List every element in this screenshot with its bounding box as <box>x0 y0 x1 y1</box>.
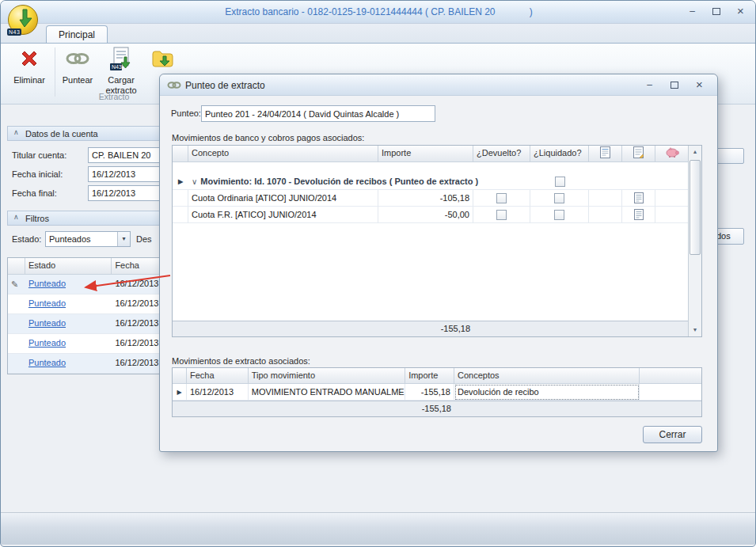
conceptos-cell[interactable]: Devolución de recibo <box>454 384 640 401</box>
devuelto-checkbox[interactable] <box>496 193 507 203</box>
ribbon-tab-strip <box>1 24 756 43</box>
cargar-extracto-button[interactable]: N43 Cargar extracto <box>98 47 144 95</box>
fecha-cell: 16/12/2013 <box>187 384 249 401</box>
bank-section-label: Movimientos de banco y cobros pagos asoc… <box>172 133 364 142</box>
extract-movements-table: Fecha Tipo movimiento Importe Conceptos … <box>172 367 702 417</box>
col-header-importe[interactable]: Importe <box>378 146 473 162</box>
datos-cuenta-title: Datos de la cuenta <box>25 129 98 139</box>
scrollbar-thumb[interactable] <box>690 160 701 255</box>
delete-x-icon <box>7 47 51 74</box>
title-bar[interactable]: Extracto bancario - 0182-0125-19-0121444… <box>1 1 756 24</box>
folder-icon <box>146 47 178 74</box>
liquidado-checkbox[interactable] <box>554 193 564 203</box>
scroll-up-icon[interactable]: ▲ <box>689 146 701 158</box>
liquidado-checkbox[interactable] <box>555 177 565 187</box>
svg-text:N43: N43 <box>112 64 122 70</box>
fecha-inicial-label: Fecha inicial: <box>12 169 63 179</box>
dialog-close-icon[interactable]: × <box>694 80 705 89</box>
bank-table-row[interactable]: Cuota Ordinaria [ATICO] JUNIO/2014 -105,… <box>173 190 690 207</box>
bank-group-row[interactable]: ▶ ∨Movimiento: Id. 1070 - Devolución de … <box>173 173 690 190</box>
col-header-liquidado[interactable]: ¿Liquidado? <box>530 146 589 162</box>
col-header-importe[interactable]: Importe <box>405 368 454 384</box>
row-indicator-header <box>8 258 25 275</box>
fecha-final-input[interactable] <box>88 185 161 201</box>
punteado-link[interactable]: Punteado <box>28 338 66 348</box>
app-menu-button[interactable]: N43 <box>6 3 43 38</box>
tab-principal[interactable]: Principal <box>46 25 108 43</box>
bank-table-row[interactable]: Cuota F.R. [ATICO] JUNIO/2014 -50,00 <box>173 207 690 223</box>
eliminar-label: Eliminar <box>13 75 45 85</box>
app-badge: N43 <box>7 28 21 36</box>
bank-total: -155,18 <box>378 321 473 336</box>
maximize-icon[interactable] <box>712 8 720 15</box>
puntear-label: Puntear <box>63 75 93 85</box>
chain-links-icon <box>167 80 181 90</box>
estado-dropdown[interactable]: Punteados ▾ <box>45 231 131 247</box>
punteo-label: Punteo: <box>171 108 201 118</box>
status-bar <box>1 512 756 545</box>
fecha-final-label: Fecha final: <box>12 188 57 198</box>
titular-cuenta-label: Titular cuenta: <box>12 150 66 160</box>
partial-dos-label: dos <box>716 231 731 241</box>
eliminar-button[interactable]: Eliminar <box>7 47 51 85</box>
col-header-report[interactable] <box>589 146 622 162</box>
extract-total: -155,18 <box>405 401 454 416</box>
vertical-scrollbar[interactable]: ▲ ▼ <box>688 146 701 336</box>
col-header-note[interactable] <box>622 146 655 162</box>
chevron-down-icon[interactable]: ▾ <box>117 232 130 246</box>
ribbon-separator <box>55 47 55 97</box>
col-header-bank[interactable] <box>655 146 690 162</box>
row-indicator-header <box>173 368 187 384</box>
concepto-cell: Cuota Ordinaria [ATICO] JUNIO/2014 <box>188 190 378 207</box>
filtros-header[interactable]: ∧ Filtros <box>7 211 162 226</box>
chevron-up-icon: ∧ <box>13 128 19 136</box>
punteo-dialog: Punteo de extracto – × Punteo: Movimient… <box>159 74 718 452</box>
devuelto-checkbox[interactable] <box>496 210 507 220</box>
importe-cell: -105,18 <box>378 190 473 207</box>
concepto-cell: Cuota F.R. [ATICO] JUNIO/2014 <box>188 207 378 223</box>
des-partial-label: Des <box>136 234 152 244</box>
estado-label: Estado: <box>12 234 41 244</box>
punteado-link[interactable]: Punteado <box>28 279 66 288</box>
punteado-link[interactable]: Punteado <box>28 318 66 328</box>
col-header-concepto[interactable]: Concepto <box>188 146 378 162</box>
report-icon <box>600 146 610 158</box>
row-marker-icon: ▶ <box>178 178 183 185</box>
extract-section-label: Movimientos de extracto asociados: <box>172 356 310 366</box>
bank-table-footer: -155,18 <box>173 321 690 336</box>
close-icon[interactable]: × <box>735 6 746 16</box>
dialog-maximize-icon[interactable] <box>671 82 678 89</box>
col-header-fecha[interactable]: Fecha <box>187 368 249 384</box>
punteo-input[interactable] <box>201 105 435 122</box>
datos-cuenta-header[interactable]: ∧ Datos de la cuenta <box>7 126 162 141</box>
dialog-title: Punteo de extracto <box>185 80 265 91</box>
col-header-empty <box>640 368 701 384</box>
extract-table-header: Fecha Tipo movimiento Importe Conceptos <box>173 368 701 384</box>
cerrar-button[interactable]: Cerrar <box>643 426 702 443</box>
minimize-icon[interactable]: – <box>687 6 697 17</box>
col-header-conceptos[interactable]: Conceptos <box>454 368 640 384</box>
punteado-link[interactable]: Punteado <box>28 358 66 367</box>
collapse-icon[interactable]: ∨ <box>192 177 197 186</box>
importe-cell: -50,00 <box>378 207 473 223</box>
scroll-down-icon[interactable]: ▼ <box>689 324 701 336</box>
document-icon[interactable] <box>634 209 644 220</box>
extract-table-footer: -155,18 <box>173 401 701 416</box>
row-indicator-header <box>173 146 188 162</box>
col-header-devuelto[interactable]: ¿Devuelto? <box>473 146 530 162</box>
punteado-link[interactable]: Punteado <box>28 298 66 308</box>
col-header-estado[interactable]: Estado <box>25 258 112 275</box>
puntear-button[interactable]: Puntear <box>58 47 97 85</box>
dialog-minimize-icon[interactable]: – <box>644 79 655 90</box>
dialog-title-bar[interactable]: Punteo de extracto – × <box>160 74 717 96</box>
filtros-title: Filtros <box>25 214 49 223</box>
extract-table-row[interactable]: ▶ 16/12/2013 MOVIMIENTO ENTRADO MANUALME… <box>173 384 701 401</box>
note-icon <box>633 146 644 158</box>
bank-movements-table: Concepto Importe ¿Devuelto? ¿Liquidado? <box>172 145 702 337</box>
col-header-tipo[interactable]: Tipo movimiento <box>249 368 405 384</box>
main-window: Extracto bancario - 0182-0125-19-0121444… <box>0 0 756 547</box>
liquidado-checkbox[interactable] <box>554 210 564 220</box>
fecha-inicial-input[interactable] <box>88 166 161 182</box>
window-title: Extracto bancario - 0182-0125-19-0121444… <box>1 6 756 17</box>
document-icon[interactable] <box>634 192 644 203</box>
